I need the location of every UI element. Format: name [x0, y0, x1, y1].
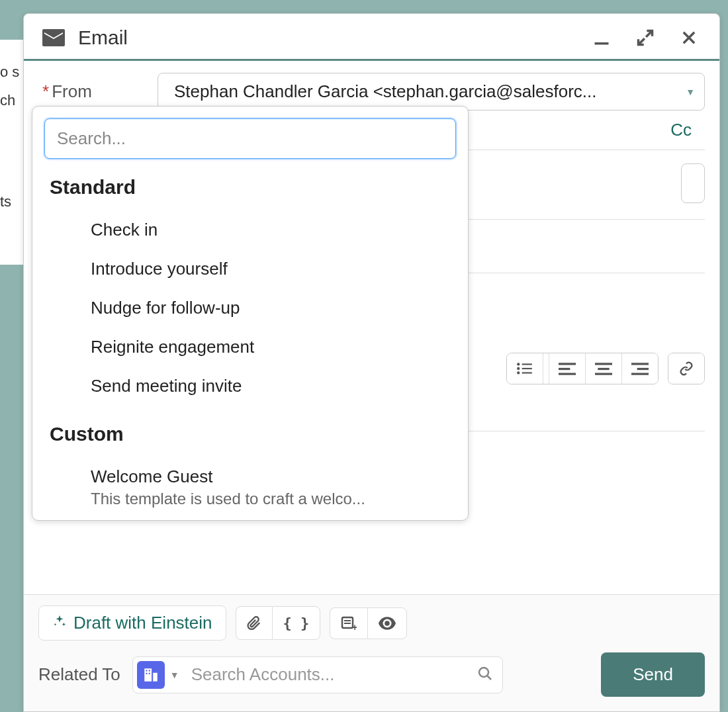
- preview-button[interactable]: [367, 607, 407, 639]
- svg-point-26: [479, 668, 488, 677]
- svg-point-3: [517, 367, 520, 370]
- account-icon: [137, 661, 165, 689]
- svg-rect-14: [637, 368, 649, 370]
- align-left-button[interactable]: [549, 353, 586, 384]
- svg-rect-23: [149, 670, 150, 671]
- svg-text:+: +: [352, 622, 357, 631]
- svg-point-1: [517, 363, 520, 365]
- composer-body: *From Stephan Chandler Garcia <stephan.g…: [24, 61, 719, 594]
- toolbar-divider: [543, 353, 549, 384]
- align-center-button[interactable]: [586, 353, 622, 384]
- template-item-send-meeting-invite[interactable]: Send meeting invite: [50, 367, 451, 406]
- svg-rect-25: [149, 672, 150, 674]
- svg-rect-4: [522, 368, 532, 369]
- insert-merge-field-button[interactable]: { }: [272, 606, 321, 640]
- svg-rect-7: [559, 363, 576, 365]
- envelope-icon: [42, 29, 65, 46]
- svg-rect-20: [144, 668, 152, 682]
- template-item-welcome-guest[interactable]: Welcome Guest This template is used to c…: [50, 457, 451, 508]
- svg-rect-22: [146, 670, 147, 671]
- svg-rect-12: [595, 373, 612, 375]
- composer-title: Email: [78, 26, 590, 49]
- chevron-down-icon: ▼: [170, 670, 179, 680]
- related-to-combo[interactable]: ▼: [132, 656, 503, 693]
- template-item-check-in[interactable]: Check in: [50, 210, 451, 249]
- svg-rect-15: [631, 373, 649, 375]
- standard-heading: Standard: [50, 176, 451, 199]
- expand-button[interactable]: [633, 26, 657, 50]
- svg-rect-18: [344, 623, 351, 624]
- related-to-search-input[interactable]: [191, 664, 477, 685]
- insert-link-button[interactable]: [668, 353, 704, 384]
- svg-rect-0: [595, 42, 609, 45]
- list-align-group: [506, 353, 659, 384]
- composer-header: Email: [24, 14, 719, 61]
- svg-rect-8: [559, 368, 570, 370]
- from-select[interactable]: Stephan Chandler Garcia <stephan.garcia@…: [158, 73, 705, 111]
- minimize-button[interactable]: [590, 26, 614, 50]
- svg-rect-24: [146, 672, 147, 674]
- svg-rect-2: [522, 363, 532, 365]
- from-row: *From Stephan Chandler Garcia <stephan.g…: [38, 73, 705, 111]
- svg-rect-17: [344, 620, 351, 621]
- svg-rect-9: [559, 373, 576, 375]
- field-trailing-box[interactable]: [681, 163, 705, 203]
- chevron-down-icon: ▼: [686, 87, 695, 97]
- template-item-nudge-follow-up[interactable]: Nudge for follow-up: [50, 289, 451, 328]
- bulleted-list-button[interactable]: [507, 353, 543, 384]
- template-search-input[interactable]: [44, 118, 456, 159]
- from-label: *From: [38, 81, 158, 102]
- link-group: [668, 353, 705, 384]
- svg-rect-11: [598, 368, 609, 370]
- svg-rect-6: [522, 372, 532, 373]
- search-icon: [477, 666, 493, 684]
- svg-rect-21: [153, 672, 158, 681]
- align-right-button[interactable]: [622, 353, 658, 384]
- send-button[interactable]: Send: [601, 652, 705, 697]
- insert-quick-text-button[interactable]: +: [330, 607, 367, 639]
- custom-heading: Custom: [50, 423, 451, 445]
- cc-link[interactable]: Cc: [670, 120, 705, 140]
- draft-with-einstein-button[interactable]: Draft with Einstein: [38, 605, 226, 641]
- svg-point-5: [517, 371, 520, 374]
- email-composer: Email *From Stephan Chandler Garcia <ste…: [23, 13, 720, 712]
- template-dropdown: Standard Check in Introduce yourself Nud…: [32, 106, 469, 521]
- template-item-reignite-engagement[interactable]: Reignite engagement: [50, 328, 451, 367]
- attach-file-button[interactable]: [236, 606, 272, 640]
- close-button[interactable]: [677, 26, 701, 50]
- einstein-label: Draft with Einstein: [73, 613, 212, 633]
- sparkle-icon: [52, 613, 67, 633]
- from-value: Stephan Chandler Garcia <stephan.garcia@…: [174, 81, 596, 101]
- svg-rect-13: [631, 363, 649, 365]
- template-item-introduce-yourself[interactable]: Introduce yourself: [50, 249, 451, 289]
- composer-footer: Draft with Einstein { } + Related T: [24, 594, 719, 711]
- svg-rect-10: [595, 363, 612, 365]
- related-to-label: Related To: [38, 664, 120, 685]
